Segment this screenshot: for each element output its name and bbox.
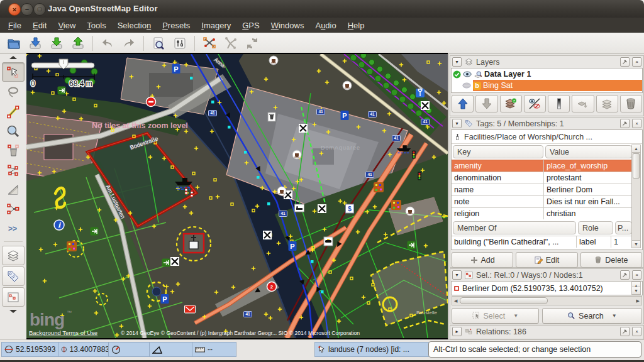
- scroll-up-arrow[interactable]: ▲: [632, 145, 640, 153]
- scroll-up-button[interactable]: [3, 54, 24, 62]
- unglue-button[interactable]: [3, 161, 24, 179]
- layer-duplicate-button[interactable]: [596, 95, 618, 112]
- dropdown-arrow-icon[interactable]: ▼: [612, 313, 617, 319]
- menu-view[interactable]: View: [52, 19, 81, 31]
- search-presets-button[interactable]: [149, 35, 168, 52]
- draw-node-button[interactable]: [3, 102, 24, 121]
- membership-row[interactable]: building ("Berlin Cathedral", ... label …: [452, 236, 633, 248]
- layers-toggle-button[interactable]: [2, 246, 25, 265]
- layer-row-bing[interactable]: b Bing Sat: [452, 80, 642, 91]
- spin-down-arrow[interactable]: ▼: [632, 287, 640, 294]
- menu-tools[interactable]: Tools: [81, 19, 111, 31]
- selection-spinner[interactable]: ▲ ▼: [631, 282, 641, 295]
- tag-row[interactable]: noteDies ist nur ein Fall...: [452, 195, 633, 207]
- close-button[interactable]: ×: [8, 3, 21, 16]
- minimize-button[interactable]: −: [21, 3, 33, 16]
- select-button[interactable]: Select ▼: [452, 308, 539, 324]
- layer-merge-button[interactable]: [572, 95, 594, 112]
- menu-imagery[interactable]: Imagery: [196, 19, 236, 31]
- refresh-button[interactable]: [243, 35, 262, 52]
- stick-panel-icon[interactable]: [620, 119, 630, 128]
- layer-activate-button[interactable]: [500, 95, 522, 112]
- layer-move-down-button[interactable]: [475, 95, 497, 112]
- layer-row-data[interactable]: Data Layer 1: [452, 69, 642, 80]
- selection-panel-title: Sel.: Rel.:0 / Ways:0 / Nodes:1: [476, 271, 583, 280]
- stick-panel-icon[interactable]: [620, 57, 630, 67]
- selection-list-item[interactable]: Berliner Dom (52.5190735, 13.4010752): [452, 282, 633, 295]
- expand-relations-button[interactable]: ▸: [452, 327, 462, 336]
- layer-move-up-button[interactable]: [452, 95, 474, 112]
- close-panel-icon[interactable]: ×: [632, 119, 641, 128]
- terms-of-use-link[interactable]: Background Terms of Use: [29, 329, 97, 336]
- search-button[interactable]: Search ▼: [542, 308, 642, 324]
- more-tools-button[interactable]: >>: [3, 219, 24, 238]
- menu-audio[interactable]: Audio: [309, 19, 341, 31]
- zoom-button[interactable]: [3, 122, 24, 140]
- map-canvas[interactable]: P P P P: [26, 53, 448, 339]
- split-way-button[interactable]: [200, 35, 219, 52]
- select-button[interactable]: [2, 62, 25, 82]
- undo-button[interactable]: [98, 35, 117, 52]
- menu-file[interactable]: File: [3, 19, 27, 31]
- hidden-eye-icon[interactable]: [462, 82, 471, 89]
- tag-row[interactable]: nameBerliner Dom: [452, 184, 633, 195]
- svg-text:2: 2: [270, 284, 274, 290]
- layer-delete-button[interactable]: [620, 95, 642, 112]
- upload-button[interactable]: [69, 35, 87, 52]
- preferences-button[interactable]: [170, 35, 189, 52]
- preset-link[interactable]: Facilities/Place of Worship/Church ...: [452, 130, 642, 144]
- scroll-down-button[interactable]: [3, 307, 24, 315]
- tag-row[interactable]: religionchristian: [452, 207, 633, 219]
- berliner-dom-marker[interactable]: [184, 234, 204, 253]
- delete-node-button[interactable]: [3, 141, 24, 160]
- scrollbar-thumb[interactable]: [633, 153, 640, 178]
- close-panel-icon[interactable]: ×: [632, 57, 641, 67]
- download-button[interactable]: [47, 35, 66, 52]
- scroll-left-arrow[interactable]: ◀: [452, 299, 459, 304]
- visible-eye-icon[interactable]: [463, 71, 472, 77]
- close-panel-icon[interactable]: ×: [632, 270, 641, 280]
- collapse-selection-button[interactable]: ▾: [452, 270, 462, 280]
- combine-way-button[interactable]: [221, 35, 240, 52]
- edit-tag-button[interactable]: Edit: [516, 252, 577, 268]
- tag-row[interactable]: amenityplace_of_worship: [452, 160, 633, 172]
- redo-button[interactable]: [119, 35, 138, 52]
- collapse-layers-button[interactable]: ▾: [452, 57, 462, 67]
- layer-opacity-button[interactable]: [548, 95, 570, 112]
- menu-presets[interactable]: Presets: [157, 19, 196, 31]
- collapse-tags-button[interactable]: ▾: [452, 119, 462, 128]
- value-column-header[interactable]: Value: [545, 145, 632, 158]
- menu-gps[interactable]: GPS: [236, 19, 265, 31]
- selection-hscrollbar[interactable]: ◀ ▶: [452, 296, 642, 305]
- add-tag-button[interactable]: Add: [452, 252, 513, 268]
- menu-windows[interactable]: Windows: [265, 19, 310, 31]
- merge-nodes-button[interactable]: [3, 200, 24, 218]
- open-button[interactable]: [4, 35, 23, 52]
- menu-edit[interactable]: Edit: [27, 19, 52, 31]
- scrollbar-thumb[interactable]: [460, 297, 547, 304]
- lasso-button[interactable]: [3, 83, 24, 101]
- tags-vertical-scrollbar[interactable]: ▲ ▼: [631, 145, 641, 248]
- dropdown-arrow-icon[interactable]: ▼: [513, 313, 518, 319]
- angle-ruler-button[interactable]: [3, 180, 24, 199]
- download-osm-data-button[interactable]: [26, 35, 45, 52]
- svg-text:41: 41: [423, 119, 428, 124]
- position-column-header[interactable]: P...: [615, 221, 632, 234]
- role-column-header[interactable]: Role: [578, 221, 613, 234]
- scroll-right-arrow[interactable]: ▶: [635, 299, 641, 304]
- tag-row[interactable]: denominationprotestant: [452, 172, 633, 184]
- tags-toggle-button[interactable]: [2, 266, 25, 286]
- delete-tag-button[interactable]: Delete: [580, 252, 642, 268]
- close-panel-icon[interactable]: ×: [632, 327, 641, 336]
- menu-help[interactable]: Help: [342, 19, 370, 31]
- tags-toggle-icon: [6, 269, 21, 284]
- menu-selection[interactable]: Selection: [112, 19, 157, 31]
- key-column-header[interactable]: Key: [453, 145, 543, 158]
- scroll-down-arrow[interactable]: ▼: [632, 240, 640, 248]
- stick-panel-icon[interactable]: [620, 270, 630, 280]
- stick-panel-icon[interactable]: [620, 327, 630, 336]
- maximize-button[interactable]: ▢: [33, 3, 46, 16]
- layer-visibility-button[interactable]: [524, 95, 546, 112]
- trash-icon: [594, 256, 602, 264]
- member-of-column-header[interactable]: Member Of: [453, 221, 576, 234]
